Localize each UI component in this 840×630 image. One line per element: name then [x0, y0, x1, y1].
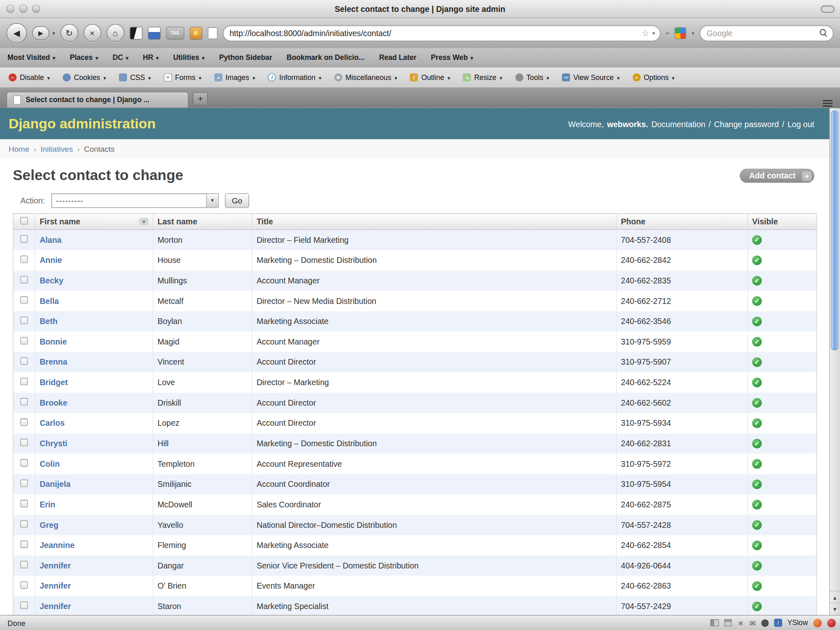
- contact-link[interactable]: Brooke: [40, 398, 68, 407]
- page-proxy-icon[interactable]: [208, 27, 217, 39]
- webdev-menu-item[interactable]: Disable: [9, 73, 50, 82]
- contact-link[interactable]: Bridget: [40, 378, 68, 387]
- row-checkbox[interactable]: [21, 276, 28, 283]
- webdev-menu-item[interactable]: Tools: [515, 73, 549, 82]
- status-badge-red[interactable]: [827, 619, 836, 627]
- documentation-link[interactable]: Documentation: [651, 119, 705, 128]
- contact-link[interactable]: Bonnie: [40, 337, 67, 346]
- row-checkbox[interactable]: [21, 459, 28, 466]
- panes-icon[interactable]: [710, 619, 719, 626]
- search-bar[interactable]: [700, 25, 834, 41]
- search-engine-dropdown-icon[interactable]: ▾: [692, 30, 694, 36]
- contact-link[interactable]: Annie: [40, 256, 62, 265]
- mail-icon[interactable]: ✉: [749, 619, 756, 627]
- reload-button[interactable]: ↻: [60, 24, 78, 42]
- yslow-label[interactable]: YSlow: [788, 619, 808, 627]
- contact-link[interactable]: Jennifer: [40, 601, 71, 610]
- row-checkbox[interactable]: [21, 337, 28, 345]
- contact-link[interactable]: Chrysti: [40, 439, 68, 448]
- minimize-window-button[interactable]: [19, 5, 27, 13]
- tab-current[interactable]: Select contact to change | Django ...: [7, 91, 189, 107]
- add-contact-button[interactable]: Add contact: [740, 169, 814, 183]
- row-checkbox[interactable]: [21, 296, 28, 304]
- contact-link[interactable]: Danijela: [40, 479, 71, 488]
- bookmark-star-icon[interactable]: ☆: [641, 28, 649, 38]
- bookmark-item[interactable]: Press Web: [431, 54, 473, 62]
- contact-link[interactable]: Bella: [40, 296, 59, 305]
- webdev-menu-item[interactable]: Forms: [164, 73, 201, 82]
- status-badge-orange[interactable]: [813, 619, 822, 627]
- action-select[interactable]: --------- ▼: [51, 194, 219, 208]
- search-engine-icon[interactable]: [675, 27, 687, 39]
- bookmark-item[interactable]: Read Later: [379, 54, 416, 62]
- tag-icon[interactable]: TAG: [166, 27, 184, 39]
- contact-link[interactable]: Erin: [40, 500, 55, 509]
- webdev-menu-item[interactable]: View Source: [562, 73, 620, 82]
- contact-link[interactable]: Beth: [40, 317, 58, 326]
- home-button[interactable]: ⌂: [106, 24, 124, 42]
- contact-link[interactable]: Carlos: [40, 418, 65, 427]
- sort-descending-icon[interactable]: ▼: [139, 218, 148, 225]
- tab-list-icon[interactable]: [823, 100, 833, 101]
- row-checkbox[interactable]: [21, 541, 28, 548]
- bookmark-item[interactable]: Python Sidebar: [219, 54, 272, 62]
- close-window-button[interactable]: [7, 5, 15, 13]
- logout-link[interactable]: Log out: [788, 119, 814, 128]
- webdev-menu-item[interactable]: Options: [632, 73, 675, 82]
- header-last-name[interactable]: Last name: [153, 213, 252, 229]
- scroll-up-button[interactable]: ▲: [830, 591, 840, 603]
- row-checkbox[interactable]: [21, 317, 28, 324]
- zoom-window-button[interactable]: [32, 5, 40, 13]
- history-dropdown-icon[interactable]: ▾: [52, 30, 55, 36]
- webdev-menu-item[interactable]: Miscellaneous: [334, 73, 397, 82]
- row-checkbox[interactable]: [21, 479, 28, 487]
- webdev-menu-item[interactable]: Images: [214, 73, 255, 82]
- vertical-scrollbar[interactable]: ▲ ▼: [829, 108, 840, 615]
- forward-button[interactable]: ▶: [32, 26, 49, 40]
- address-bar[interactable]: ☆ ▾: [223, 25, 661, 41]
- contact-link[interactable]: Jennifer: [40, 581, 71, 590]
- contact-link[interactable]: Greg: [40, 520, 59, 529]
- webdev-menu-item[interactable]: Cookies: [63, 73, 106, 82]
- webdev-menu-item[interactable]: Outline: [410, 73, 450, 82]
- contact-link[interactable]: Alana: [40, 235, 62, 244]
- search-icon[interactable]: [819, 29, 828, 37]
- row-checkbox[interactable]: [21, 398, 28, 405]
- row-checkbox[interactable]: [21, 601, 28, 609]
- row-checkbox[interactable]: [21, 235, 28, 243]
- header-title[interactable]: Title: [252, 213, 616, 229]
- go-button[interactable]: Go: [225, 194, 249, 208]
- sidebar-panel-icon[interactable]: [148, 27, 160, 39]
- contact-link[interactable]: Jennifer: [40, 561, 71, 570]
- url-dropdown-icon[interactable]: ▾: [653, 30, 655, 36]
- bookmark-item[interactable]: Bookmark on Delicio...: [287, 54, 365, 62]
- stop-button[interactable]: ×: [83, 24, 101, 42]
- row-checkbox[interactable]: [21, 357, 28, 365]
- scroll-down-button[interactable]: ▼: [830, 603, 840, 615]
- header-first-name[interactable]: First name ▼: [35, 213, 153, 229]
- contact-link[interactable]: Brenna: [40, 357, 68, 366]
- row-checkbox[interactable]: [21, 418, 28, 426]
- contact-link[interactable]: Colin: [40, 459, 60, 468]
- bookmark-item[interactable]: Utilities: [173, 54, 205, 62]
- new-tab-button[interactable]: +: [193, 92, 208, 106]
- row-checkbox[interactable]: [21, 581, 28, 589]
- webdev-menu-item[interactable]: Resize: [463, 73, 502, 82]
- scrollbar-thumb[interactable]: [831, 110, 838, 350]
- toolbar-toggle-capsule[interactable]: [821, 5, 835, 13]
- bug-icon[interactable]: [761, 619, 769, 626]
- row-checkbox[interactable]: [21, 439, 28, 446]
- bookmark-item[interactable]: DC: [112, 54, 128, 62]
- row-checkbox[interactable]: [21, 500, 28, 507]
- screenshot-icon[interactable]: [189, 27, 202, 39]
- select-all-checkbox[interactable]: [21, 217, 28, 224]
- back-button[interactable]: ◀: [7, 23, 27, 43]
- contact-link[interactable]: Becky: [40, 276, 64, 285]
- row-checkbox[interactable]: [21, 256, 28, 263]
- bookmark-item[interactable]: HR: [143, 54, 159, 62]
- snowflake-icon[interactable]: ∗: [737, 618, 744, 628]
- contact-link[interactable]: Jeannine: [40, 541, 75, 550]
- row-checkbox[interactable]: [21, 561, 28, 568]
- bookmarks-panel-icon[interactable]: [129, 27, 142, 39]
- row-checkbox[interactable]: [21, 520, 28, 527]
